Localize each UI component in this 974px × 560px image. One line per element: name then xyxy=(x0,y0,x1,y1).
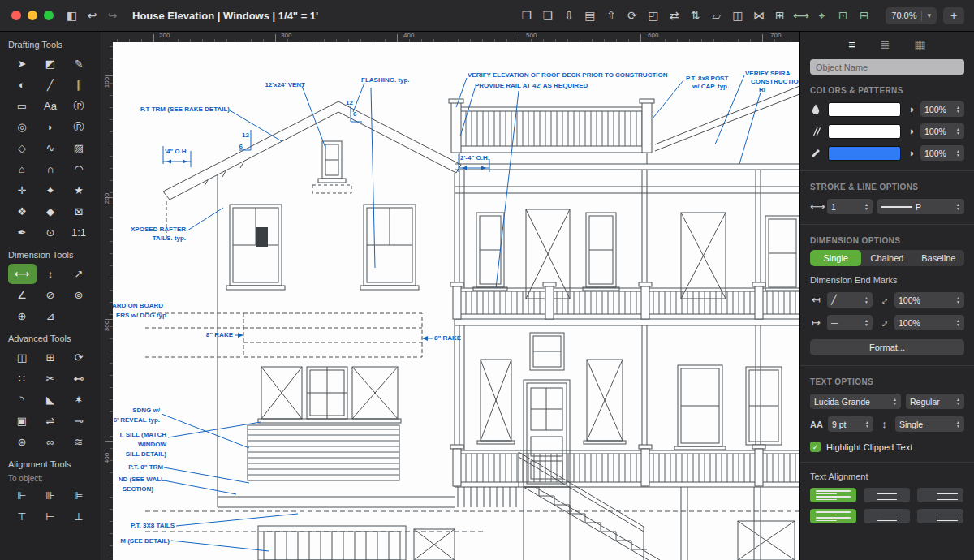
reshape-tool[interactable]: ✛ xyxy=(8,180,37,200)
horizontal-ruler[interactable]: 200300400500600700 xyxy=(113,31,799,42)
align-middle-button[interactable] xyxy=(864,509,910,523)
snap-outside-icon[interactable]: ⊟ xyxy=(854,0,874,31)
diameter-dimension-tool[interactable]: ⊘ xyxy=(37,285,65,305)
rectangle-tool[interactable]: ▭ xyxy=(8,96,37,116)
align-center-to-object[interactable]: ⊪ xyxy=(37,485,65,506)
align-center-button[interactable] xyxy=(864,488,910,502)
snap-inside-icon[interactable]: ⊡ xyxy=(833,0,853,31)
explode-tool[interactable]: ✶ xyxy=(65,390,93,410)
trim-tool[interactable]: ✂ xyxy=(37,368,65,389)
mirror-icon[interactable]: ⋈ xyxy=(748,0,769,31)
distribute-tool[interactable]: ≋ xyxy=(65,432,93,452)
maximize-window-button[interactable] xyxy=(44,11,54,20)
undo-icon[interactable]: ↩ xyxy=(82,0,102,31)
fill-blend-icon[interactable]: ◑ xyxy=(907,104,914,114)
vertical-ruler[interactable]: 100200300400 xyxy=(101,42,113,560)
center-point-icon[interactable]: ⌖ xyxy=(812,0,832,31)
marquee-tool[interactable]: ◩ xyxy=(37,54,65,74)
grid-tab-icon[interactable]: ▦ xyxy=(915,37,926,52)
rotate-icon[interactable]: ⟳ xyxy=(622,0,642,31)
move-tool[interactable]: ❖ xyxy=(8,201,37,222)
line-tool[interactable]: ╱ xyxy=(37,75,65,95)
align-left-button[interactable] xyxy=(810,488,856,502)
end-mark-dropdown[interactable]: ─ ▲▼ xyxy=(827,315,873,330)
folder-icon[interactable]: ❏ xyxy=(537,0,558,31)
align-right-button[interactable] xyxy=(917,488,963,502)
hexagon-tool[interactable]: ⌂ xyxy=(8,159,37,179)
object-name-input[interactable] xyxy=(810,59,964,75)
group-tool[interactable]: ▣ xyxy=(8,411,37,431)
link-tool[interactable]: ∞ xyxy=(37,432,65,452)
stroke-blend-icon[interactable]: ◑ xyxy=(907,126,914,136)
font-style-dropdown[interactable]: Regular ▲▼ xyxy=(906,394,964,409)
align-top-to-object[interactable]: ⊤ xyxy=(8,506,37,527)
share-icon[interactable]: ⇧ xyxy=(601,0,621,31)
shade-tool[interactable]: ◐ xyxy=(8,75,37,95)
spline-tool[interactable]: ∿ xyxy=(37,138,65,158)
flip-tool[interactable]: ⇌ xyxy=(37,411,65,431)
pen-blend-icon[interactable]: ◑ xyxy=(907,148,914,158)
rotate-tool[interactable]: ⟳ xyxy=(65,347,93,368)
circle-tool[interactable]: ◎ xyxy=(8,117,37,137)
polygon-tool[interactable]: ◇ xyxy=(8,138,37,158)
lock-tool[interactable]: ⊛ xyxy=(8,432,37,452)
arc-segment-tool[interactable]: ◗ xyxy=(37,117,65,137)
extend-tool[interactable]: ⊷ xyxy=(65,368,93,389)
print-icon[interactable]: ▤ xyxy=(580,0,600,31)
pages-icon[interactable]: ❐ xyxy=(516,0,537,31)
close-window-button[interactable] xyxy=(11,11,21,20)
start-mark-scale-dropdown[interactable]: 100% ▲▼ xyxy=(894,292,964,308)
pen-opacity-dropdown[interactable]: 100% ▲▼ xyxy=(920,145,964,161)
zoom-control[interactable]: 70.0% ▾ xyxy=(886,7,937,24)
font-size-stepper[interactable]: 9 pt ▲▼ xyxy=(828,416,873,432)
clip-tool[interactable]: ⊠ xyxy=(65,201,93,222)
add-button[interactable]: + xyxy=(943,7,964,24)
double-line-tool[interactable]: ∥ xyxy=(65,75,93,95)
radius-dimension-tool[interactable]: ⊚ xyxy=(65,285,93,305)
linear-dimension-tool[interactable]: ⟷ xyxy=(8,264,37,284)
format-button[interactable]: Format... xyxy=(810,339,964,355)
align-left-to-object[interactable]: ⊩ xyxy=(8,485,37,506)
measure-icon[interactable]: ⟷ xyxy=(791,0,811,31)
layers-tab-icon[interactable]: ≣ xyxy=(880,37,890,52)
text-tool[interactable]: Aa xyxy=(37,96,65,116)
zoom-tool[interactable]: ⊙ xyxy=(37,222,65,243)
blob-tool[interactable]: ✦ xyxy=(37,180,65,200)
crop-icon[interactable]: ◰ xyxy=(643,0,663,31)
sidebar-toggle-icon[interactable]: ◧ xyxy=(62,0,82,31)
flip-vertical-icon[interactable]: ⇅ xyxy=(685,0,705,31)
duplicate-icon[interactable]: ◫ xyxy=(727,0,748,31)
highlight-clipped-checkbox[interactable]: ✓ xyxy=(810,442,821,452)
star-tool[interactable]: ★ xyxy=(65,180,93,200)
dimension-mode-baseline[interactable]: Baseline xyxy=(913,250,964,266)
select-tool[interactable]: ➤ xyxy=(8,54,37,74)
align-right-to-object[interactable]: ⊫ xyxy=(65,485,93,506)
redo-icon[interactable]: ↪ xyxy=(102,0,123,31)
download-icon[interactable]: ⇩ xyxy=(558,0,579,31)
properties-tab-sliders-icon[interactable]: ≡ xyxy=(848,37,855,51)
align-bottom-button[interactable] xyxy=(917,509,963,523)
start-mark-dropdown[interactable]: ╱ ▲▼ xyxy=(827,292,873,308)
vertical-dimension-tool[interactable]: ↕ xyxy=(37,264,65,284)
ordinate-dimension-tool[interactable]: ⊕ xyxy=(8,306,37,326)
line-spacing-dropdown[interactable]: Single ▲▼ xyxy=(895,416,964,432)
paragraph-tool[interactable]: Ⓟ xyxy=(65,96,93,116)
insert-table-icon[interactable]: ⊞ xyxy=(769,0,790,31)
offset-tool[interactable]: ⊞ xyxy=(37,347,65,368)
slope-dimension-tool[interactable]: ⊿ xyxy=(37,306,65,326)
measure-tool[interactable]: ⊸ xyxy=(65,411,93,431)
hatch-tool[interactable]: ▨ xyxy=(65,138,93,158)
end-mark-scale-dropdown[interactable]: 100% ▲▼ xyxy=(894,315,964,330)
array-tool[interactable]: ∷ xyxy=(8,368,37,389)
arch-tool[interactable]: ∩ xyxy=(37,159,65,179)
skew-icon[interactable]: ▱ xyxy=(706,0,726,31)
eyedropper-tool[interactable]: ✒ xyxy=(8,222,37,243)
arc-tool[interactable]: ◠ xyxy=(65,159,93,179)
align-top-button[interactable] xyxy=(810,509,856,523)
font-family-dropdown[interactable]: Lucida Grande ▲▼ xyxy=(810,394,901,409)
drawing-canvas[interactable]: 12'x24' VENTFLASHING. typ.VERIFY ELEVATI… xyxy=(113,42,799,560)
fill-opacity-dropdown[interactable]: 100% ▲▼ xyxy=(920,101,964,117)
fillet-tool[interactable]: ◝ xyxy=(8,390,37,410)
minimize-window-button[interactable] xyxy=(28,11,37,20)
line-style-dropdown[interactable]: P ▲▼ xyxy=(877,199,964,214)
